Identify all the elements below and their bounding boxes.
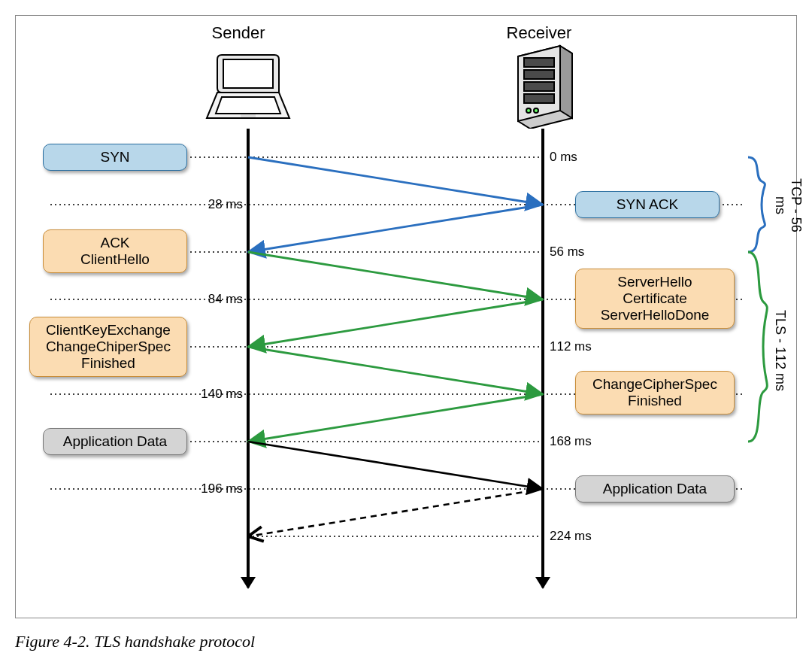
timestamp: 0 ms — [550, 150, 595, 165]
server-icon — [508, 44, 583, 132]
timestamp: 28 ms — [198, 197, 243, 212]
svg-line-23 — [248, 442, 543, 489]
svg-rect-0 — [223, 59, 273, 88]
svg-line-24 — [248, 489, 543, 536]
timestamp: 224 ms — [550, 529, 595, 544]
msg-appdata-receiver: Application Data — [575, 475, 735, 503]
figure-caption: Figure 4-2. TLS handshake protocol — [15, 632, 797, 651]
timestamp: 168 ms — [550, 434, 595, 449]
svg-line-17 — [248, 157, 543, 205]
timestamp: 56 ms — [550, 244, 595, 260]
column-label-receiver: Receiver — [494, 23, 584, 43]
diagram-frame: Sender Receiver — [15, 15, 797, 618]
svg-point-6 — [526, 108, 531, 113]
msg-client-key-exchange: ClientKeyExchange ChangeChiperSpec Finis… — [29, 317, 187, 377]
svg-rect-1 — [241, 114, 256, 117]
svg-line-20 — [248, 299, 543, 347]
msg-changecipherspec: ChangeCipherSpec Finished — [575, 371, 735, 414]
msg-ack-clienthello: ACK ClientHello — [43, 229, 187, 273]
laptop-icon — [199, 49, 297, 127]
svg-rect-5 — [524, 94, 554, 103]
svg-line-21 — [248, 347, 543, 394]
msg-syn: SYN — [43, 144, 187, 171]
timestamp: 196 ms — [198, 481, 243, 496]
svg-point-7 — [534, 108, 538, 113]
svg-rect-4 — [524, 82, 554, 91]
msg-synack: SYN ACK — [575, 191, 720, 218]
svg-line-19 — [248, 252, 543, 299]
svg-line-22 — [248, 394, 543, 442]
svg-rect-3 — [524, 70, 554, 79]
sequence-diagram: Sender Receiver — [20, 23, 792, 595]
receiver-lifeline — [541, 129, 544, 588]
brace-tls-label: TLS - 112 ms — [772, 302, 788, 399]
timestamp: 84 ms — [198, 292, 243, 307]
svg-line-18 — [248, 205, 543, 252]
timestamp: 140 ms — [198, 387, 243, 402]
column-label-sender: Sender — [193, 23, 283, 43]
svg-rect-2 — [524, 58, 554, 67]
msg-appdata-sender: Application Data — [43, 428, 187, 455]
sender-lifeline — [247, 129, 250, 588]
brace-tcp-label: TCP - 56 ms — [772, 168, 804, 243]
msg-serverhello: ServerHello Certificate ServerHelloDone — [575, 269, 735, 329]
timestamp: 112 ms — [550, 339, 595, 354]
